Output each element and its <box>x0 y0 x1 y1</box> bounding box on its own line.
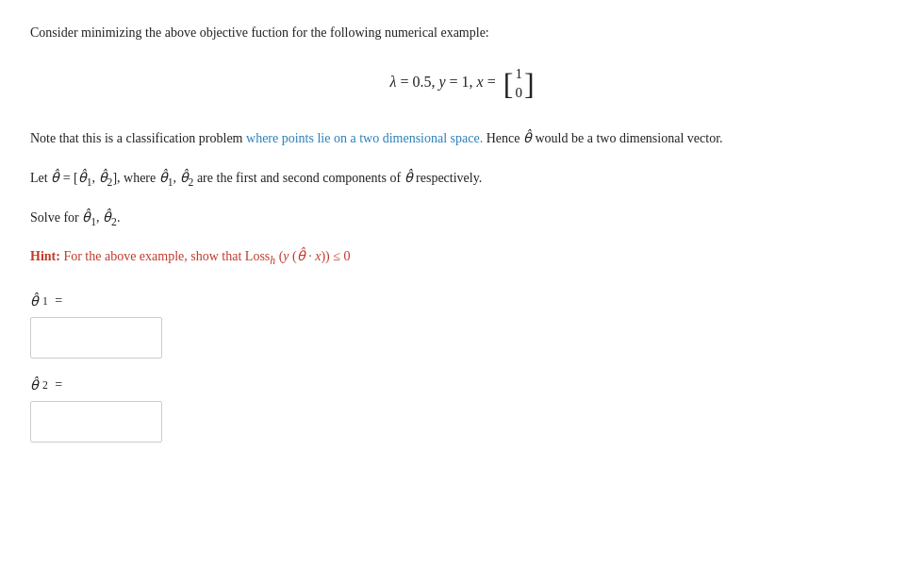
theta2-label: θ̂2 = <box>30 377 894 393</box>
theta1-label: θ̂1 = <box>30 293 894 309</box>
bracket-left: [ <box>503 69 514 99</box>
blue-note-text: where points lie on a two dimensional sp… <box>246 131 483 145</box>
theta1-block: θ̂1 = <box>30 293 894 359</box>
hint-label: Hint: <box>30 249 60 263</box>
equation-block: λ = 0.5, y = 1, x = [ 1 0 ] <box>30 65 894 102</box>
let-statement: Let θ̂ = [θ̂1, θ̂2], where θ̂1, θ̂2 are … <box>30 168 894 192</box>
matrix-row-1: 1 <box>515 65 522 84</box>
hint-text: Hint: For the above example, show that L… <box>30 246 894 270</box>
theta2-input[interactable] <box>30 401 162 443</box>
theta1-input[interactable] <box>30 317 162 359</box>
intro-text: Consider minimizing the above objective … <box>30 23 894 42</box>
matrix-values: 1 0 <box>515 65 522 102</box>
matrix-row-2: 0 <box>515 84 522 103</box>
theta2-block: θ̂2 = <box>30 377 894 443</box>
hint-body: For the above example, show that Lossh (… <box>63 249 350 263</box>
solve-text: Solve for θ̂1, θ̂2. <box>30 208 894 231</box>
note-text: Note that this is a classification probl… <box>30 128 894 149</box>
bracket-right: ] <box>524 69 535 99</box>
matrix-display: [ 1 0 ] <box>503 65 535 102</box>
lambda-expr: λ = 0.5, y = 1, x = <box>389 74 503 90</box>
